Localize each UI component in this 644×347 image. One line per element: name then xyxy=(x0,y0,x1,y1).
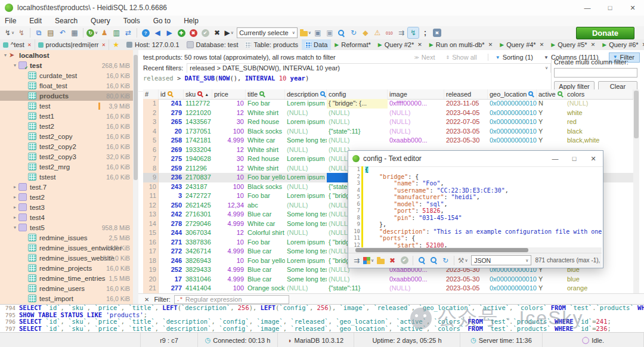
grid-cell[interactable]: 1737051 xyxy=(184,127,212,137)
grid-cell[interactable]: 30 xyxy=(212,154,246,164)
grid-cell[interactable]: 2022-07-05 xyxy=(444,117,488,127)
tree-item-test2-mrg[interactable]: test2_mrg16,0 KiB xyxy=(0,162,138,172)
grid-cell[interactable]: Blue car xyxy=(246,265,285,275)
delete-row-icon[interactable]: ✖ xyxy=(188,27,199,38)
delimiter-icon[interactable]: ; xyxy=(420,27,431,38)
grid-cell[interactable]: abc xyxy=(246,201,285,210)
grid-cell[interactable]: Foo bar xyxy=(246,238,285,247)
sorting-button[interactable]: ▼Sorting (1) xyxy=(488,54,533,61)
grid-cell[interactable]: 1742181 xyxy=(184,136,212,145)
grid-cell[interactable]: (NULL) xyxy=(285,145,327,155)
tree-item-test2[interactable]: ▸test2 xyxy=(0,192,138,202)
next-rows-button[interactable]: ≫Next xyxy=(414,54,435,61)
run-target-select[interactable]: Currently selecte∨ xyxy=(237,27,298,38)
grid-cell[interactable]: 2472727 xyxy=(184,191,212,201)
tree-item-test[interactable]: ▾test268,6 MiB xyxy=(0,60,138,70)
grid-cell[interactable]: white xyxy=(565,109,633,118)
copy-icon[interactable]: ⧉ xyxy=(33,27,44,38)
grid-cell[interactable]: Red house xyxy=(246,154,285,164)
sidebar-scrollbar-thumb[interactable] xyxy=(134,55,138,180)
favorite-star-icon[interactable]: ★ xyxy=(109,39,123,50)
grid-cell[interactable]: 0xaabb000... xyxy=(388,275,444,284)
grid-cell[interactable]: 4.999 xyxy=(212,210,246,219)
expand-arrow-icon[interactable]: ▾ xyxy=(2,52,8,58)
grid-cell[interactable]: 242 xyxy=(159,210,184,219)
grid-cell[interactable]: 1221020 xyxy=(184,109,212,118)
column-header-active[interactable]: active xyxy=(537,89,565,99)
grid-cell[interactable]: 0x00000000010... xyxy=(488,136,537,145)
grid-cell[interactable]: White shirt xyxy=(246,145,285,155)
grid-cell[interactable]: Some long text xyxy=(285,210,327,219)
close-icon[interactable]: ✕ xyxy=(27,42,32,48)
binary-view-icon[interactable]: 010 xyxy=(384,27,395,38)
paste-icon[interactable]: ▤ xyxy=(45,27,56,38)
column-header-description[interactable]: description xyxy=(285,89,327,99)
grid-cell[interactable]: 0x00000000010... xyxy=(488,109,537,118)
donate-button[interactable]: Donate xyxy=(576,27,634,39)
grid-cell[interactable]: Some long text xyxy=(285,247,327,256)
expand-arrow-icon[interactable]: ▾ xyxy=(12,225,18,230)
grid-cell[interactable]: 10 xyxy=(212,191,246,201)
column-header-id[interactable]: id xyxy=(159,89,184,99)
grid-cell[interactable]: 6 xyxy=(143,145,159,155)
grid-cell[interactable]: (NULL) xyxy=(285,164,327,174)
grid-cell[interactable]: 259 xyxy=(159,164,184,174)
column-header-released[interactable]: released xyxy=(444,89,488,99)
tree-item-float-test[interactable]: float_test16,0 KiB xyxy=(0,80,138,91)
grid-cell[interactable]: 4.999 xyxy=(212,219,246,229)
grid-cell[interactable]: Colorful shirt xyxy=(246,228,285,238)
grid-cell[interactable]: 10 xyxy=(212,238,246,247)
tree-item-redmine-issues[interactable]: redmine_issues2,5 MiB xyxy=(0,233,138,243)
grid-cell[interactable]: 15 xyxy=(143,228,159,238)
grid-cell[interactable]: 2 xyxy=(143,109,159,118)
grid-cell[interactable]: 10 xyxy=(143,182,159,192)
grid-cell[interactable]: black,white xyxy=(565,136,633,145)
grid-cell[interactable]: 10 xyxy=(212,99,246,109)
grid-cell[interactable]: 252 xyxy=(159,265,184,275)
column-header-sku[interactable]: sku▲ xyxy=(184,89,212,99)
grid-cell[interactable]: 12 xyxy=(212,228,246,238)
grid-cell[interactable]: (NULL) xyxy=(285,228,327,238)
grid-cell[interactable]: 100 xyxy=(212,127,246,137)
tab-query-6-[interactable]: ▶Query #6*✕ xyxy=(599,39,644,50)
close-button[interactable]: ✕ xyxy=(621,1,644,16)
grid-cell[interactable]: 243187 xyxy=(184,182,212,192)
wrap-lines-icon[interactable]: ⇉ xyxy=(396,27,407,38)
grid-cell[interactable]: (NULL) xyxy=(327,275,388,284)
clean-code-icon[interactable]: ◆ xyxy=(360,27,371,38)
grid-cell[interactable]: 258 xyxy=(159,136,184,145)
dialog-minimize-button[interactable]: — xyxy=(546,151,565,166)
grid-cell[interactable]: 241 xyxy=(159,99,184,109)
table-row[interactable]: 212774141404100Orange socks(NULL){"state… xyxy=(143,284,633,293)
format-select[interactable]: JSON ∨ xyxy=(471,255,531,265)
grid-cell[interactable]: { "bridge": {... xyxy=(327,99,388,109)
grid-cell[interactable]: 0xaabb000... xyxy=(388,136,444,145)
find-text-icon[interactable] xyxy=(336,27,347,38)
grid-cell[interactable]: 17 xyxy=(159,275,184,284)
grid-cell[interactable]: 4.999 xyxy=(212,136,246,145)
tree-item-tstest[interactable]: tstest16,0 KiB xyxy=(0,172,138,182)
grid-cell[interactable]: 16 xyxy=(143,238,159,247)
close-icon[interactable]: ✕ xyxy=(591,42,596,48)
grid-cell[interactable]: Y xyxy=(537,275,565,284)
grid-cell[interactable]: N xyxy=(537,99,565,109)
grid-cell[interactable]: White car xyxy=(246,219,285,229)
replace-text-icon[interactable]: ↻ xyxy=(348,27,359,38)
grid-cell[interactable]: 265 xyxy=(159,117,184,127)
grid-cell[interactable]: 21 xyxy=(143,284,159,293)
load-file-icon[interactable] xyxy=(375,255,386,266)
grid-cell[interactable]: Lorem ipsum d... xyxy=(285,173,327,182)
wrap-lines-icon[interactable]: ⇉ xyxy=(351,255,362,266)
tree-item-redmine-issues-entwickler[interactable]: redmine_issues_entwickler96,0 KiB xyxy=(0,243,138,253)
grid-cell[interactable]: (NULL) xyxy=(327,109,388,118)
grid-cell[interactable]: 0x00000000010... xyxy=(488,117,537,127)
tree-item-redmine-issues-website[interactable]: redmine_issues_website512,0 KiB xyxy=(0,253,138,263)
editor-hscrollbar-thumb[interactable] xyxy=(355,248,528,252)
clear-icon[interactable]: ✖ xyxy=(387,255,398,266)
grid-cell[interactable]: 272 xyxy=(159,247,184,256)
grid-cell[interactable]: 269 xyxy=(159,145,184,155)
grid-cell[interactable]: Some long text xyxy=(285,265,327,275)
table-row[interactable]: 201738310464.999Blue carSome long text(N… xyxy=(143,275,633,284)
data-sync-icon[interactable]: ⇄ xyxy=(123,27,134,38)
minimize-button[interactable]: — xyxy=(576,1,599,16)
